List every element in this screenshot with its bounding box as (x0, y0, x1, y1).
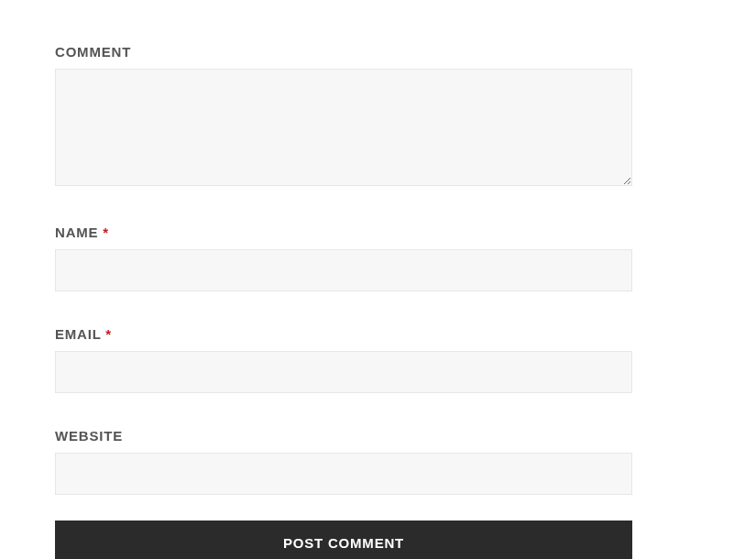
name-field-group: NAME * (55, 225, 632, 291)
website-label-text: WEBSITE (55, 428, 123, 444)
email-label: EMAIL * (55, 326, 632, 342)
name-label: NAME * (55, 225, 632, 240)
name-required-star: * (103, 225, 109, 240)
website-input[interactable] (55, 453, 632, 495)
name-label-text: NAME (55, 225, 103, 240)
email-field-group: EMAIL * (55, 326, 632, 393)
name-input[interactable] (55, 249, 632, 291)
email-required-star: * (105, 326, 112, 342)
website-label: WEBSITE (55, 428, 632, 444)
comment-label-text: COMMENT (55, 44, 131, 60)
email-label-text: EMAIL (55, 326, 105, 342)
email-input[interactable] (55, 351, 632, 393)
comment-label: COMMENT (55, 44, 632, 60)
comment-field-group: COMMENT (55, 44, 632, 190)
comment-textarea[interactable] (55, 69, 632, 186)
comment-form: COMMENT NAME * EMAIL * WEBSITE POST COMM… (55, 44, 632, 559)
post-comment-button[interactable]: POST COMMENT (55, 521, 632, 559)
website-field-group: WEBSITE (55, 428, 632, 495)
